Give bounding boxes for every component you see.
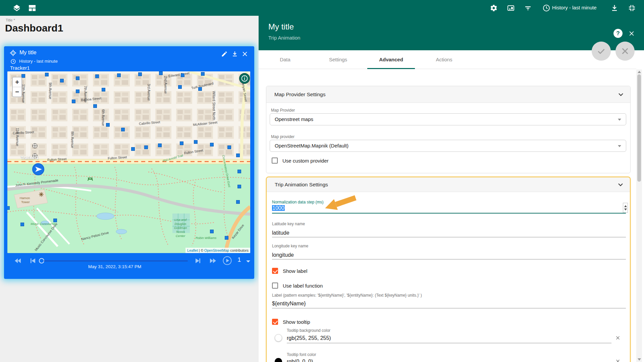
chevron-down-icon[interactable]	[618, 183, 623, 186]
trip-point-marker[interactable]	[198, 87, 202, 91]
apply-changes-fab[interactable]	[592, 42, 611, 61]
trip-point-marker[interactable]	[210, 230, 214, 233]
trip-point-marker[interactable]	[227, 145, 231, 149]
tab-actions[interactable]: Actions	[418, 50, 471, 69]
tab-advanced[interactable]: Advanced	[365, 50, 418, 69]
map-provider-select[interactable]: Openstreet maps	[270, 113, 626, 125]
map-info-button[interactable]	[239, 73, 250, 84]
manage-layouts-icon[interactable]	[507, 4, 515, 12]
trip-animation-settings-header[interactable]: Trip Animation Settings	[267, 177, 630, 192]
scroll-up-icon[interactable]	[638, 71, 641, 73]
tab-settings[interactable]: Settings	[312, 50, 365, 69]
leaflet-map[interactable]: Edward StreetTurk BoulevardStanyan Stree…	[7, 71, 250, 253]
trip-point-marker[interactable]	[117, 73, 121, 77]
trip-point-marker[interactable]	[45, 73, 49, 76]
edit-widget-icon[interactable]	[221, 51, 228, 57]
trip-point-marker[interactable]	[158, 143, 162, 147]
playback-speed-value[interactable]: 1	[237, 256, 241, 263]
trip-animation-widget[interactable]: My title History - last minute Tracker1	[4, 46, 254, 279]
layers-icon[interactable]	[13, 4, 21, 12]
fast-rewind-button[interactable]	[14, 257, 22, 265]
trip-position-marker[interactable]	[32, 163, 45, 176]
label-input[interactable]: ${entityName}	[272, 301, 306, 307]
latitude-key-input[interactable]: latitude	[272, 230, 289, 236]
scrollbar-thumb[interactable]	[637, 74, 641, 182]
trip-point-marker[interactable]	[180, 141, 183, 145]
download-widget-icon[interactable]	[231, 51, 238, 57]
tooltip-font-color-value[interactable]: rgb(0, 0, 0)	[287, 359, 313, 362]
scroll-down-icon[interactable]	[638, 358, 641, 361]
close-widget-icon[interactable]	[241, 51, 248, 57]
trip-point-marker[interactable]	[210, 143, 214, 146]
filter-icon[interactable]	[524, 4, 532, 12]
panel-close-icon[interactable]	[628, 30, 635, 37]
tooltip-font-color-swatch[interactable]	[275, 358, 282, 362]
map-provider-settings-header[interactable]: Map Provider Settings	[266, 86, 630, 103]
widget-timewindow[interactable]: History - last minute	[19, 59, 58, 64]
skip-previous-button[interactable]	[29, 257, 37, 265]
trip-point-marker[interactable]	[60, 79, 64, 82]
zoom-out-button[interactable]: −	[13, 87, 21, 97]
trip-point-marker[interactable]	[102, 88, 105, 92]
trip-point-marker[interactable]	[236, 154, 240, 157]
clear-color-icon[interactable]	[615, 335, 621, 341]
tooltip-bg-color-swatch[interactable]	[275, 334, 282, 342]
discard-changes-fab[interactable]	[615, 42, 635, 61]
fast-forward-button[interactable]	[209, 257, 217, 265]
panel-scrollbar[interactable]	[636, 69, 642, 362]
trip-point-marker[interactable]	[225, 236, 228, 240]
speed-dropdown-caret[interactable]	[246, 260, 250, 262]
trip-point-marker[interactable]	[159, 71, 163, 75]
trip-point-marker[interactable]	[21, 74, 25, 78]
osm-link[interactable]: OpenStreetMap	[204, 248, 229, 252]
trip-point-marker[interactable]	[72, 100, 75, 103]
trip-point-marker[interactable]	[201, 72, 205, 76]
show-label-checkbox[interactable]	[272, 268, 278, 274]
normalization-step-input[interactable]: 1000	[272, 205, 285, 211]
trip-point-marker[interactable]	[194, 140, 198, 144]
tooltip-bg-color-value[interactable]: rgb(255, 255, 255)	[287, 335, 331, 341]
trip-point-marker[interactable]	[93, 104, 97, 108]
trip-point-marker[interactable]	[138, 72, 142, 76]
help-button[interactable]: ?	[613, 29, 623, 38]
trip-point-marker[interactable]	[237, 185, 241, 188]
clear-color-icon[interactable]	[615, 358, 621, 362]
trip-point-marker[interactable]	[121, 128, 125, 131]
trip-point-marker[interactable]	[53, 219, 57, 222]
trip-point-marker[interactable]	[131, 147, 135, 151]
leaflet-link[interactable]: Leaflet	[187, 248, 198, 252]
trip-point-marker[interactable]	[76, 89, 79, 93]
zoom-in-button[interactable]: +	[13, 77, 21, 87]
trip-point-marker[interactable]	[7, 206, 10, 210]
exit-fullscreen-icon[interactable]	[628, 4, 636, 12]
trip-point-marker[interactable]	[181, 73, 184, 77]
show-tooltip-checkbox[interactable]	[272, 319, 278, 325]
trip-point-marker[interactable]	[237, 170, 241, 173]
skip-next-button[interactable]	[194, 257, 202, 265]
section-title: Map Provider Settings	[274, 86, 326, 103]
use-custom-provider-checkbox[interactable]	[272, 158, 278, 164]
time-slider-track[interactable]	[44, 260, 188, 261]
timewindow-clock-icon[interactable]	[542, 4, 550, 12]
spinner-up-icon[interactable]	[624, 205, 627, 207]
use-label-function-checkbox[interactable]	[272, 283, 278, 289]
trip-point-marker[interactable]	[236, 200, 240, 204]
trip-point-marker[interactable]	[95, 74, 99, 78]
dashboard-title-input[interactable]: Dashboard1	[5, 22, 63, 34]
provider-select[interactable]: OpenStreetMap.Mapnik (Default)	[270, 140, 626, 152]
trip-point-marker[interactable]	[20, 223, 24, 226]
longitude-key-input[interactable]: longitude	[272, 252, 294, 258]
trip-point-marker[interactable]	[76, 76, 79, 80]
timewindow-label[interactable]: History - last minute	[552, 5, 597, 10]
trip-point-marker[interactable]	[106, 123, 110, 127]
dashboard-settings-icon[interactable]	[490, 4, 498, 12]
play-button[interactable]	[223, 256, 232, 265]
tab-data[interactable]: Data	[259, 50, 312, 69]
dashboards-icon[interactable]	[28, 4, 36, 12]
trip-point-marker[interactable]	[178, 85, 182, 89]
export-download-icon[interactable]	[610, 4, 619, 12]
number-spinner[interactable]	[623, 203, 628, 213]
chevron-down-icon[interactable]	[618, 93, 624, 96]
trip-point-marker[interactable]	[144, 145, 148, 149]
spinner-down-icon[interactable]	[624, 208, 627, 210]
